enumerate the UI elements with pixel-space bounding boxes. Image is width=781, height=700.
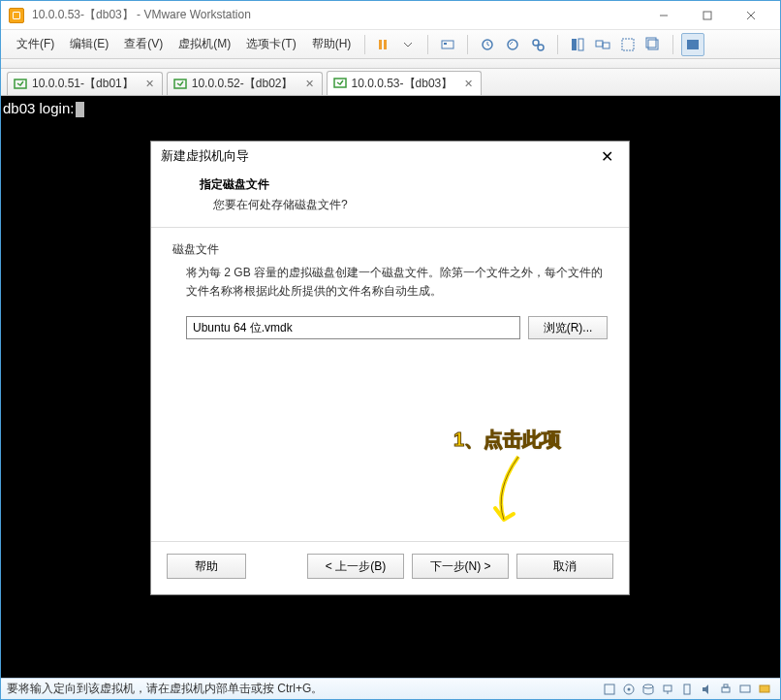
close-icon[interactable]: ✕ (595, 145, 619, 168)
network-icon[interactable] (658, 681, 677, 698)
dropdown-icon[interactable] (396, 33, 420, 56)
toolbar-separator (672, 35, 673, 54)
svg-rect-4 (379, 40, 382, 49)
sound-icon[interactable] (697, 681, 716, 698)
display-icon[interactable] (735, 681, 755, 698)
svg-rect-1 (703, 12, 711, 19)
status-text: 要将输入定向到该虚拟机，请在虚拟机内部单击或按 Ctrl+G。 (7, 681, 323, 697)
svg-rect-12 (572, 39, 577, 50)
minimize-button[interactable] (641, 2, 685, 29)
svg-rect-27 (664, 685, 672, 691)
tab-db01[interactable]: 10.0.0.51-【db01】 ✕ (7, 72, 163, 95)
svg-point-25 (628, 687, 631, 690)
svg-point-26 (643, 684, 653, 688)
snapshot-icon[interactable] (476, 33, 499, 56)
send-ctrl-alt-del-icon[interactable] (436, 33, 459, 56)
svg-rect-5 (384, 40, 387, 49)
unity-icon[interactable] (641, 33, 665, 56)
tab-label: 10.0.0.51-【db01】 (32, 76, 134, 92)
help-button[interactable]: 帮助 (167, 554, 246, 579)
multimonitor-icon[interactable] (591, 33, 614, 56)
toolbar (371, 33, 704, 56)
manage-snapshot-icon[interactable] (526, 33, 549, 56)
tab-label: 10.0.0.52-【db02】 (192, 76, 294, 92)
disk-icon[interactable] (639, 681, 658, 698)
close-icon[interactable]: ✕ (462, 78, 475, 90)
thumbnail-view-icon[interactable] (566, 33, 589, 56)
svg-rect-22 (334, 79, 346, 87)
vmware-app-icon (9, 8, 24, 23)
text-cursor (76, 102, 84, 117)
fullscreen-icon[interactable] (616, 33, 640, 56)
statusbar: 要将输入定向到该虚拟机，请在虚拟机内部单击或按 Ctrl+G。 (1, 678, 780, 699)
dialog-body: 磁盘文件 将为每 2 GB 容量的虚拟磁盘创建一个磁盘文件。除第一个文件之外，每… (151, 228, 629, 347)
toolbar-separator (557, 35, 558, 54)
svg-rect-14 (596, 41, 603, 47)
dialog-heading: 指定磁盘文件 (200, 176, 608, 193)
svg-rect-32 (740, 685, 750, 692)
titlebar: 10.0.0.53-【db03】 - VMware Workstation (1, 1, 780, 30)
dialog-button-row: 帮助 < 上一步(B) 下一步(N) > 取消 (151, 542, 629, 594)
tab-label: 10.0.0.53-【db03】 (352, 76, 453, 92)
dialog-header: 指定磁盘文件 您要在何处存储磁盘文件? (151, 171, 629, 228)
usb-icon[interactable] (677, 681, 697, 698)
tabbar: 10.0.0.51-【db01】 ✕ 10.0.0.52-【db02】 ✕ 10… (1, 69, 780, 96)
disk-file-input[interactable] (186, 316, 520, 339)
svg-point-9 (508, 40, 517, 49)
close-button[interactable] (729, 2, 772, 29)
cd-icon[interactable] (619, 681, 639, 698)
console-prompt: db03 login: (3, 100, 74, 116)
browse-button[interactable]: 浏览(R)... (528, 316, 608, 339)
svg-rect-23 (605, 684, 614, 694)
svg-rect-33 (760, 685, 769, 692)
next-button[interactable]: 下一步(N) > (412, 554, 509, 579)
svg-rect-15 (603, 43, 609, 48)
svg-rect-16 (622, 39, 634, 50)
svg-rect-30 (722, 687, 730, 692)
menu-view[interactable]: 查看(V) (116, 32, 171, 56)
menu-file[interactable]: 文件(F) (9, 32, 62, 56)
back-button[interactable]: < 上一步(B) (307, 554, 404, 579)
menu-help[interactable]: 帮助(H) (304, 32, 359, 56)
window-controls (641, 2, 772, 29)
menu-edit[interactable]: 编辑(E) (62, 32, 116, 56)
toolbar-separator (427, 35, 428, 54)
svg-rect-29 (684, 684, 690, 694)
vm-tab-icon (14, 78, 27, 91)
floppy-icon[interactable] (600, 681, 619, 698)
dialog-subheading: 您要在何处存储磁盘文件? (213, 197, 608, 213)
dialog-spacer (151, 347, 629, 541)
svg-point-10 (533, 40, 539, 46)
menu-vm[interactable]: 虚拟机(M) (171, 32, 238, 56)
revert-snapshot-icon[interactable] (501, 33, 524, 56)
tab-db02[interactable]: 10.0.0.52-【db02】 ✕ (167, 72, 323, 95)
svg-rect-31 (724, 684, 728, 687)
svg-point-11 (538, 45, 544, 50)
file-row: 浏览(R)... (186, 316, 608, 339)
console-view-icon[interactable] (681, 33, 704, 56)
toolbar-separator (467, 35, 468, 54)
pause-icon[interactable] (371, 33, 394, 56)
vm-tab-icon (333, 77, 347, 90)
toolbar-separator (364, 35, 365, 54)
dialog-title-text: 新建虚拟机向导 (161, 147, 249, 165)
cancel-button[interactable]: 取消 (516, 554, 613, 579)
svg-rect-13 (578, 39, 583, 50)
maximize-button[interactable] (685, 2, 729, 29)
vm-tab-icon (173, 78, 187, 91)
message-icon[interactable] (755, 681, 774, 698)
new-vm-wizard-dialog: 新建虚拟机向导 ✕ 指定磁盘文件 您要在何处存储磁盘文件? 磁盘文件 将为每 2… (150, 141, 630, 595)
svg-rect-7 (444, 43, 447, 45)
dialog-titlebar: 新建虚拟机向导 ✕ (151, 142, 629, 171)
svg-rect-20 (15, 80, 26, 88)
disk-desc: 将为每 2 GB 容量的虚拟磁盘创建一个磁盘文件。除第一个文件之外，每个文件的文… (186, 264, 608, 301)
close-icon[interactable]: ✕ (143, 78, 156, 90)
close-icon[interactable]: ✕ (303, 78, 316, 90)
button-spacer (254, 554, 299, 579)
menu-tabs[interactable]: 选项卡(T) (238, 32, 303, 56)
tab-db03[interactable]: 10.0.0.53-【db03】 ✕ (327, 71, 483, 95)
spacer-bar (1, 59, 780, 69)
svg-rect-19 (687, 40, 699, 49)
svg-rect-6 (442, 41, 453, 48)
printer-icon[interactable] (716, 681, 735, 698)
